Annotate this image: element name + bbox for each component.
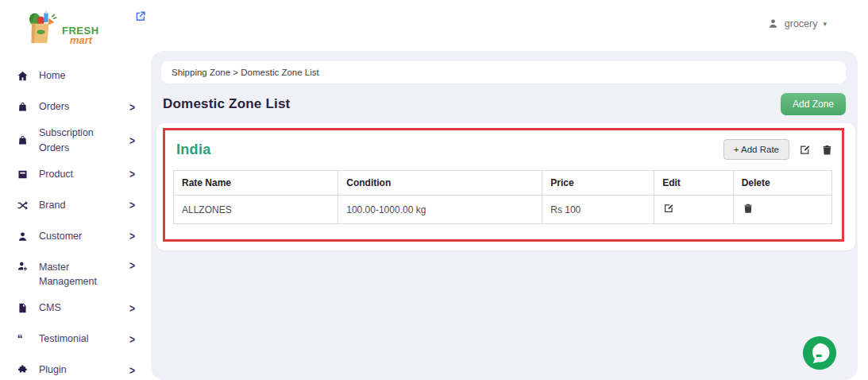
chevron-right-icon: > <box>129 100 135 113</box>
column-header: Rate Name <box>174 171 338 196</box>
sidebar: FRESH mart HomeOrders>Subscription Order… <box>0 0 148 380</box>
caret-down-icon: ▾ <box>823 20 827 28</box>
page-header: Domestic Zone List Add Zone <box>163 93 846 115</box>
sidebar-item-product[interactable]: Product> <box>0 159 148 190</box>
add-zone-button[interactable]: Add Zone <box>781 93 846 115</box>
cell-price: Rs 100 <box>542 196 654 224</box>
chat-button[interactable] <box>801 335 838 371</box>
sidebar-nav: HomeOrders>Subscription Orders>Product>B… <box>0 54 148 380</box>
delete-zone-icon[interactable] <box>820 143 834 157</box>
sidebar-item-subscription-orders[interactable]: Subscription Orders> <box>0 122 148 159</box>
home-icon <box>17 70 29 82</box>
delete-rate-icon[interactable] <box>742 202 754 215</box>
quote-icon: “ <box>17 333 29 345</box>
sidebar-item-testimonial[interactable]: “Testimonial> <box>0 324 148 355</box>
grocery-bag-logo-icon <box>24 8 60 51</box>
chevron-right-icon: > <box>129 363 135 376</box>
column-header: Edit <box>654 171 733 196</box>
zone-card-header: India + Add Rate <box>165 130 842 160</box>
sidebar-item-plugin[interactable]: Plugin> <box>0 355 148 380</box>
user-menu[interactable]: grocery ▾ <box>767 17 827 29</box>
rate-table-header-row: Rate NameConditionPriceEditDelete <box>174 171 832 196</box>
chevron-right-icon: > <box>129 199 135 211</box>
zone-actions: + Add Rate <box>723 139 834 160</box>
chevron-right-icon: > <box>129 230 135 242</box>
svg-text:“: “ <box>17 333 23 345</box>
sidebar-item-label: Plugin <box>39 363 67 378</box>
content-panel: Shipping Zone > Domestic Zone List Domes… <box>151 51 858 380</box>
chevron-right-icon: > <box>129 301 135 314</box>
chevron-right-icon: > <box>129 332 135 345</box>
cell-condition: 100.00-1000.00 kg <box>338 196 542 224</box>
sidebar-item-label: Master Management <box>39 260 104 290</box>
edit-rate-icon[interactable] <box>662 202 675 215</box>
chevron-right-icon: > <box>129 134 135 147</box>
sidebar-item-label: Home <box>39 68 65 83</box>
column-header: Condition <box>338 171 542 196</box>
sidebar-item-cms[interactable]: CMS> <box>0 293 148 324</box>
sidebar-item-label: Subscription Orders <box>39 126 119 156</box>
chevron-right-icon: > <box>129 168 135 180</box>
breadcrumb[interactable]: Shipping Zone > Domestic Zone List <box>161 61 846 83</box>
bag-icon <box>17 101 29 113</box>
sidebar-item-label: Customer <box>39 229 82 244</box>
sidebar-item-master-management[interactable]: Master Management> <box>0 252 148 293</box>
rate-table-row: ALLZONES100.00-1000.00 kgRs 100 <box>174 196 832 224</box>
file-icon <box>17 302 29 314</box>
freshmart-admin-screen: FRESH mart HomeOrders>Subscription Order… <box>0 0 868 380</box>
freshmart-logo[interactable]: FRESH mart <box>24 8 148 51</box>
user-icon <box>767 17 779 29</box>
logo-wordmark: FRESH mart <box>62 25 99 45</box>
rate-table: Rate NameConditionPriceEditDeleteALLZONE… <box>173 170 832 224</box>
sidebar-item-brand[interactable]: Brand> <box>0 190 148 221</box>
page-title: Domestic Zone List <box>163 96 290 112</box>
add-rate-button[interactable]: + Add Rate <box>723 139 789 160</box>
cell-rate_name: ALLZONES <box>174 196 338 224</box>
sidebar-item-label: CMS <box>39 301 61 316</box>
sidebar-item-label: Orders <box>39 99 69 114</box>
sidebar-item-home[interactable]: Home <box>0 60 148 91</box>
sidebar-item-customer[interactable]: Customer> <box>0 221 148 252</box>
edit-zone-icon[interactable] <box>798 143 812 157</box>
chevron-right-icon: > <box>129 258 135 271</box>
highlight-box: India + Add Rate <box>163 128 844 242</box>
column-header: Price <box>542 171 654 196</box>
column-header: Delete <box>733 171 831 196</box>
sidebar-item-label: Product <box>39 167 73 182</box>
user-name: grocery <box>785 18 818 29</box>
zone-name: India <box>176 142 211 158</box>
person-gear-icon <box>17 260 29 272</box>
external-link-icon[interactable] <box>133 9 148 23</box>
bag-icon <box>17 134 29 146</box>
zone-card: India + Add Rate <box>156 123 855 250</box>
logo-mart-text: mart <box>70 35 99 45</box>
person-icon <box>17 231 29 242</box>
sidebar-item-label: Brand <box>39 198 65 213</box>
sidebar-item-orders[interactable]: Orders> <box>0 91 148 122</box>
box-icon <box>17 169 29 180</box>
breadcrumb-text: Shipping Zone > Domestic Zone List <box>172 68 319 77</box>
shuffle-icon <box>17 200 29 211</box>
sidebar-item-label: Testimonial <box>39 332 89 347</box>
puzzle-icon <box>17 364 29 376</box>
